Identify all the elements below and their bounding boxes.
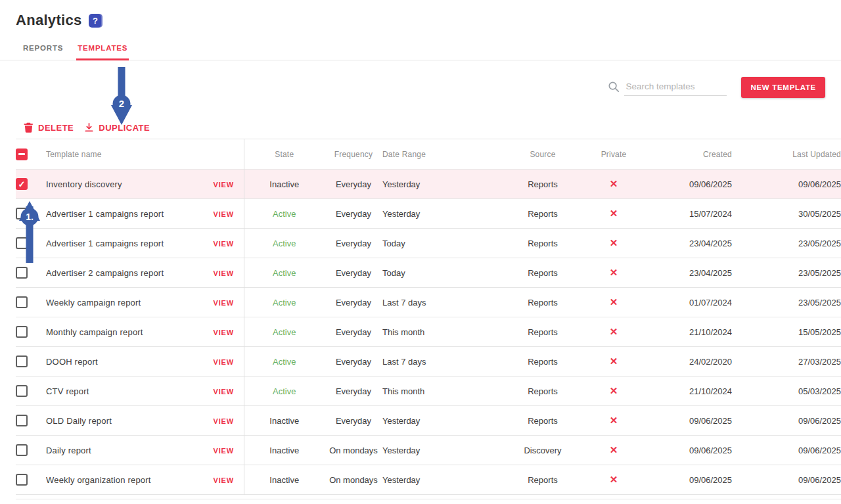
date-range-cell: This month	[382, 377, 506, 406]
search-box	[607, 79, 727, 96]
new-template-button[interactable]: NEW TEMPLATE	[741, 77, 825, 98]
col-date-range: Date Range	[382, 139, 506, 170]
templates-table: Template name State Frequency Date Range…	[16, 139, 841, 495]
created-cell: 09/06/2025	[648, 465, 732, 495]
created-cell: 21/10/2024	[648, 317, 732, 347]
frequency-cell: Everyday	[325, 229, 382, 258]
page-title: Analytics	[16, 12, 82, 29]
x-mark-icon: ✕	[610, 178, 618, 189]
col-view	[204, 139, 244, 170]
row-checkbox[interactable]	[16, 355, 28, 367]
template-name: OLD Daily report	[46, 416, 112, 426]
date-range-cell: Yesterday	[382, 436, 506, 465]
last-updated-cell: 23/05/2025	[732, 258, 841, 288]
view-link[interactable]: VIEW	[214, 269, 234, 277]
last-updated-cell: 09/06/2025	[732, 436, 841, 465]
table-row: Monthly campaign report VIEW Active Ever…	[16, 317, 841, 347]
row-checkbox[interactable]	[16, 178, 28, 190]
row-checkbox[interactable]	[16, 296, 28, 308]
row-checkbox[interactable]	[16, 326, 28, 338]
frequency-cell: Everyday	[325, 317, 382, 347]
table-row: Advertiser 2 campaigns report VIEW Activ…	[16, 258, 841, 288]
frequency-cell: Everyday	[325, 199, 382, 229]
frequency-cell: On mondays	[325, 436, 382, 465]
view-link[interactable]: VIEW	[214, 329, 234, 336]
x-mark-icon: ✕	[610, 355, 618, 367]
table-row: Daily report VIEW Inactive On mondays Ye…	[16, 436, 841, 465]
row-checkbox[interactable]	[16, 474, 28, 486]
view-link[interactable]: VIEW	[214, 181, 234, 189]
state-label: Active	[273, 327, 296, 337]
template-name: DOOH report	[46, 357, 98, 367]
help-icon[interactable]: ?	[89, 14, 102, 28]
col-last-updated: Last Updated	[732, 139, 841, 170]
table-body: Inventory discovery VIEW Inactive Everyd…	[16, 170, 841, 495]
view-link[interactable]: VIEW	[214, 447, 234, 455]
created-cell: 21/10/2024	[648, 377, 732, 406]
x-mark-icon: ✕	[610, 208, 618, 219]
analytics-page: Analytics ? REPORTS TEMPLATES NEW TEMPLA…	[0, 0, 841, 502]
table-row: Advertiser 1 campaigns report VIEW Activ…	[16, 229, 841, 258]
source-cell: Reports	[506, 377, 580, 406]
tab-bar: REPORTS TEMPLATES	[0, 38, 841, 60]
date-range-cell: Today	[382, 229, 506, 258]
table-row: OLD Daily report VIEW Inactive Everyday …	[16, 406, 841, 436]
created-cell: 09/06/2025	[648, 436, 732, 465]
row-checkbox[interactable]	[16, 444, 28, 456]
view-link[interactable]: VIEW	[214, 417, 234, 425]
col-source: Source	[506, 139, 580, 170]
view-link[interactable]: VIEW	[214, 240, 234, 248]
row-checkbox[interactable]	[16, 415, 28, 426]
step-2-label: 2	[119, 98, 124, 109]
tab-templates[interactable]: TEMPLATES	[76, 38, 129, 60]
state-label: Active	[273, 386, 296, 396]
search-icon	[607, 80, 620, 93]
last-updated-cell: 23/05/2025	[732, 288, 841, 317]
date-range-cell: Yesterday	[382, 199, 506, 229]
state-label: Inactive	[269, 475, 299, 485]
view-link[interactable]: VIEW	[214, 210, 234, 218]
template-name: Monthly campaign report	[46, 327, 143, 337]
table-row: CTV report VIEW Active Everyday This mon…	[16, 377, 841, 406]
col-frequency: Frequency	[325, 139, 382, 170]
trash-icon	[24, 122, 34, 133]
frequency-cell: Everyday	[325, 288, 382, 317]
next-row-divider	[16, 499, 841, 502]
state-label: Inactive	[269, 446, 299, 455]
last-updated-cell: 09/06/2025	[732, 465, 841, 495]
source-cell: Reports	[506, 288, 580, 317]
date-range-cell: Last 7 days	[382, 347, 506, 377]
state-label: Active	[273, 239, 296, 248]
x-mark-icon: ✕	[610, 296, 618, 308]
state-label: Inactive	[269, 416, 299, 426]
table-header-row: Template name State Frequency Date Range…	[16, 139, 841, 170]
x-mark-icon: ✕	[610, 326, 618, 337]
view-link[interactable]: VIEW	[214, 388, 234, 396]
x-mark-icon: ✕	[610, 474, 618, 485]
view-link[interactable]: VIEW	[214, 299, 234, 307]
template-name: Advertiser 1 campaigns report	[46, 239, 164, 248]
last-updated-cell: 23/05/2025	[732, 229, 841, 258]
created-cell: 23/04/2025	[648, 258, 732, 288]
x-mark-icon: ✕	[610, 267, 618, 278]
row-checkbox[interactable]	[16, 385, 28, 397]
source-cell: Reports	[506, 347, 580, 377]
last-updated-cell: 27/03/2025	[732, 347, 841, 377]
last-updated-cell: 09/06/2025	[732, 170, 841, 199]
tab-reports[interactable]: REPORTS	[22, 38, 64, 60]
delete-button[interactable]: DELETE	[24, 122, 74, 133]
col-private: Private	[580, 139, 648, 170]
row-checkbox[interactable]	[16, 267, 28, 279]
delete-label: DELETE	[38, 123, 74, 133]
view-link[interactable]: VIEW	[214, 358, 234, 366]
search-input[interactable]	[624, 79, 727, 96]
view-link[interactable]: VIEW	[214, 476, 234, 484]
x-mark-icon: ✕	[610, 237, 618, 248]
select-all-checkbox[interactable]	[16, 149, 28, 160]
template-name: Weekly organization report	[46, 475, 151, 485]
frequency-cell: Everyday	[325, 258, 382, 288]
created-cell: 15/07/2024	[648, 199, 732, 229]
col-created: Created	[648, 139, 732, 170]
template-name: Daily report	[46, 446, 91, 455]
created-cell: 24/02/2020	[648, 347, 732, 377]
